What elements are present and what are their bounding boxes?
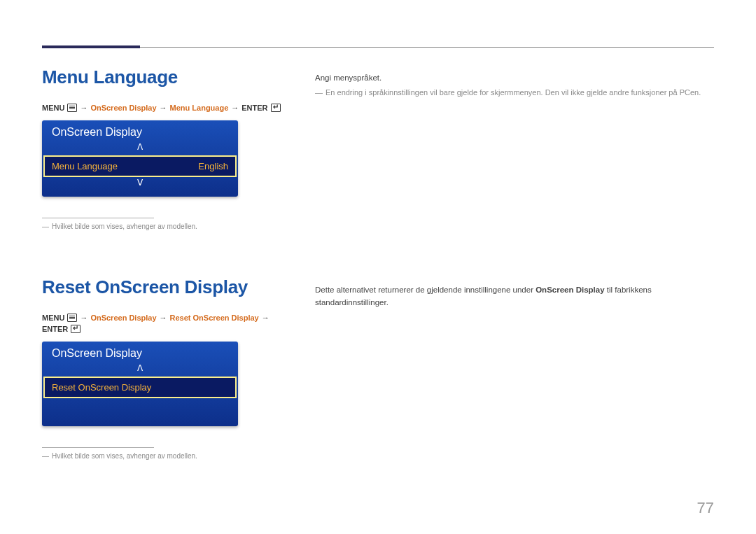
breadcrumb-path-2: Reset OnScreen Display xyxy=(170,314,259,322)
osd-item-value: English xyxy=(198,161,228,171)
breadcrumb-reset-osd: MENU → OnScreen Display → Reset OnScreen… xyxy=(42,314,294,333)
breadcrumb-path-1: OnScreen Display xyxy=(90,314,156,322)
osd-widget-reset: OnScreen Display ᐱ Reset OnScreen Displa… xyxy=(42,342,238,426)
footnote-rule xyxy=(42,218,154,218)
osd-item-reset[interactable]: Reset OnScreen Display xyxy=(43,377,237,398)
page: Menu Language MENU → OnScreen Display → … xyxy=(0,0,756,534)
footnote-reset: ―Hvilket bilde som vises, avhenger av mo… xyxy=(42,452,294,460)
chevron-down-icon[interactable]: ᐯ xyxy=(42,177,238,191)
arrow-sep: → xyxy=(160,314,167,322)
arrow-sep: → xyxy=(231,104,239,112)
footnote-text: Hvilket bilde som vises, avhenger av mod… xyxy=(52,452,197,460)
osd-item-menu-language[interactable]: Menu Language English xyxy=(43,155,237,177)
menu-icon xyxy=(67,104,77,112)
arrow-sep: → xyxy=(262,314,270,322)
breadcrumb-menu-label: MENU xyxy=(42,104,64,112)
osd-item-label: Menu Language xyxy=(52,161,118,171)
top-rule-accent xyxy=(42,45,140,48)
body-note-1: ―En endring i språkinnstillingen vil bar… xyxy=(315,87,714,99)
body-pre: Dette alternativet returnerer de gjelden… xyxy=(315,286,536,294)
page-number: 77 xyxy=(697,499,714,517)
body-text-1: Angi menyspråket. xyxy=(315,71,714,84)
body-note-text: En endring i språkinnstillingen vil bare… xyxy=(326,88,701,97)
body-strong: OnScreen Display xyxy=(536,286,604,294)
dash-icon: ― xyxy=(315,88,323,97)
breadcrumb-menu-language: MENU → OnScreen Display → Menu Language … xyxy=(42,104,294,112)
osd-padding xyxy=(42,398,238,426)
menu-icon xyxy=(67,314,77,322)
arrow-sep: → xyxy=(160,104,167,112)
footnote-text: Hvilket bilde som vises, avhenger av mod… xyxy=(52,223,197,230)
breadcrumb-path-1: OnScreen Display xyxy=(90,104,156,112)
breadcrumb-menu-label: MENU xyxy=(42,314,64,322)
breadcrumb-path-2: Menu Language xyxy=(170,104,229,112)
footnote-menu-language: ―Hvilket bilde som vises, avhenger av mo… xyxy=(42,223,294,230)
osd-title: OnScreen Display xyxy=(42,342,238,363)
section-reset-osd-left: Reset OnScreen Display MENU → OnScreen D… xyxy=(42,276,294,460)
heading-menu-language: Menu Language xyxy=(42,66,294,88)
arrow-sep: → xyxy=(80,104,88,112)
osd-item-label: Reset OnScreen Display xyxy=(52,382,151,393)
top-rule xyxy=(42,47,714,48)
heading-reset-osd: Reset OnScreen Display xyxy=(42,276,294,298)
enter-icon xyxy=(71,325,80,333)
chevron-up-icon[interactable]: ᐱ xyxy=(42,363,238,377)
osd-widget-menu-language: OnScreen Display ᐱ Menu Language English… xyxy=(42,120,238,197)
body-text-2: Dette alternativet returnerer de gjelden… xyxy=(315,283,714,309)
osd-title: OnScreen Display xyxy=(42,120,238,141)
footnote-rule xyxy=(42,447,154,448)
section-reset-osd-right: Dette alternativet returnerer de gjelden… xyxy=(315,283,714,309)
osd-padding xyxy=(42,191,238,197)
section-menu-language-left: Menu Language MENU → OnScreen Display → … xyxy=(42,66,294,230)
chevron-up-icon[interactable]: ᐱ xyxy=(42,141,238,155)
dash-icon: ― xyxy=(42,452,49,460)
section-menu-language-right: Angi menyspråket. ―En endring i språkinn… xyxy=(315,71,714,99)
breadcrumb-enter-label: ENTER xyxy=(241,104,267,112)
dash-icon: ― xyxy=(42,223,49,230)
enter-icon xyxy=(271,104,281,112)
arrow-sep: → xyxy=(80,314,88,322)
breadcrumb-enter-label: ENTER xyxy=(42,325,68,333)
